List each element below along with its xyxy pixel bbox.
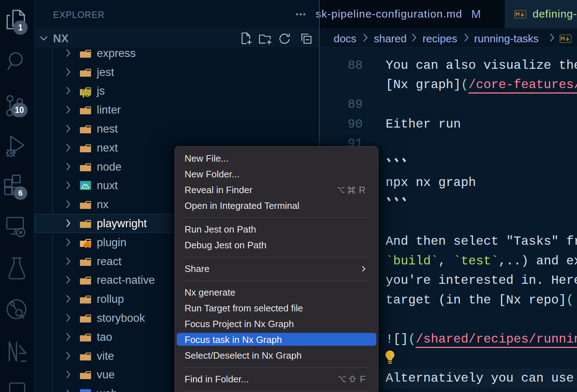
svg-text:js: js: [82, 88, 90, 97]
